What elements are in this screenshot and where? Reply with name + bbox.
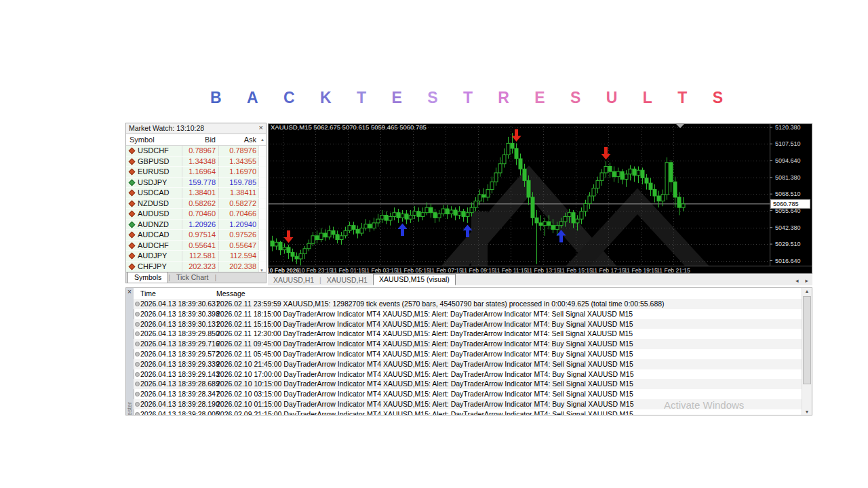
title-letter: B bbox=[210, 89, 222, 107]
bid-value: 1.38401 bbox=[182, 188, 216, 198]
svg-text:5107.510: 5107.510 bbox=[775, 140, 801, 147]
arrow-down-icon bbox=[129, 158, 136, 165]
market-watch-row[interactable]: NZDUSD0.582620.58272 bbox=[126, 199, 266, 209]
market-watch-row[interactable]: AUDUSD0.704600.70466 bbox=[126, 209, 266, 220]
log-message: 2026.02.11 23:59:59 XAUUSD,M15: 12982709… bbox=[216, 299, 665, 309]
market-watch-row[interactable]: CHFJPY202.323202.338 bbox=[126, 262, 266, 272]
market-watch-row[interactable]: USDCHF0.789670.78976 bbox=[126, 146, 266, 157]
column-ask[interactable]: Ask bbox=[218, 134, 256, 145]
scrollbar-thumb[interactable] bbox=[803, 296, 811, 384]
close-icon[interactable]: × bbox=[127, 288, 132, 296]
column-symbol[interactable]: Symbol bbox=[130, 134, 155, 145]
svg-text:11 Feb 13:15: 11 Feb 13:15 bbox=[526, 267, 560, 274]
svg-text:11 Feb 17:15: 11 Feb 17:15 bbox=[591, 267, 625, 274]
log-bullet-icon bbox=[135, 352, 140, 357]
log-message: 2026.02.10 10:15:00 DayTraderArrow Indic… bbox=[216, 379, 633, 389]
time-scale[interactable]: 10 Feb 202610 Feb 23:1511 Feb 01:1511 Fe… bbox=[268, 267, 690, 274]
market-watch-row[interactable]: GBPUSD1.343481.34355 bbox=[126, 157, 266, 167]
log-time: 2026.04.13 18:39:29.143 bbox=[140, 369, 220, 380]
journal-scrollbar[interactable]: ▲ ▼ bbox=[802, 288, 812, 415]
scroll-down-icon[interactable]: ▼ bbox=[802, 409, 812, 414]
svg-text:5016.640: 5016.640 bbox=[775, 258, 801, 264]
log-bullet-icon bbox=[135, 372, 140, 377]
log-message: 2026.02.10 01:15:00 DayTraderArrow Indic… bbox=[216, 399, 633, 409]
title-letter: T bbox=[463, 89, 473, 107]
chart-tab[interactable]: XAUUSD,H1 bbox=[268, 275, 319, 285]
column-bid[interactable]: Bid bbox=[182, 134, 216, 145]
bid-value: 0.78967 bbox=[182, 146, 216, 156]
ask-value: 0.55647 bbox=[218, 241, 256, 251]
journal-row[interactable]: 2026.04.13 18:39:29.1432026.02.10 17:00:… bbox=[134, 369, 802, 380]
log-bullet-icon bbox=[135, 362, 140, 367]
journal-row[interactable]: 2026.04.13 18:39:29.7162026.02.11 09:45:… bbox=[134, 339, 802, 349]
title-letter: S bbox=[427, 89, 437, 107]
close-icon[interactable]: × bbox=[259, 123, 263, 133]
svg-text:10 Feb 23:15: 10 Feb 23:15 bbox=[298, 267, 332, 274]
market-watch-row[interactable]: USDJPY159.778159.785 bbox=[126, 178, 266, 188]
market-watch-row[interactable]: AUDNZD1.209261.20940 bbox=[126, 220, 266, 230]
ask-value: 1.38411 bbox=[218, 188, 256, 198]
log-bullet-icon bbox=[135, 392, 140, 396]
journal-row[interactable]: 2026.04.13 18:39:30.1312026.02.11 15:15:… bbox=[134, 319, 802, 329]
log-bullet-icon bbox=[135, 412, 140, 415]
market-watch-row[interactable]: AUDCHF0.556410.55647 bbox=[126, 241, 266, 251]
log-time: 2026.04.13 18:39:29.850 bbox=[140, 329, 220, 339]
market-watch-row[interactable]: USDCAD1.384011.38411 bbox=[126, 188, 266, 199]
journal-row[interactable]: 2026.04.13 18:39:30.6312026.02.11 23:59:… bbox=[134, 299, 802, 309]
tab-scroll-arrows[interactable]: ◂▸ bbox=[789, 277, 808, 284]
symbol-name: USDCHF bbox=[138, 146, 169, 156]
journal-row[interactable]: 2026.04.13 18:39:29.3392026.02.10 21:45:… bbox=[134, 359, 802, 369]
arrow-down-icon bbox=[129, 232, 136, 239]
bid-value: 0.58262 bbox=[182, 199, 216, 209]
market-watch-title: Market Watch: 13:10:28 bbox=[129, 124, 204, 132]
chart-tab[interactable]: XAUUSD,H1 bbox=[321, 275, 373, 285]
market-watch-row[interactable]: EURUSD1.169641.16970 bbox=[126, 167, 266, 178]
tab-symbols[interactable]: Symbols bbox=[127, 272, 168, 283]
tab-tick-chart[interactable]: Tick Chart bbox=[170, 272, 214, 283]
ask-value: 0.97526 bbox=[218, 230, 256, 240]
terminal-panel: × Tester Time Message 2026.04.13 18:39:3… bbox=[125, 287, 812, 415]
title-letter: S bbox=[570, 89, 580, 107]
market-watch-row[interactable]: AUDJPY112.581112.594 bbox=[126, 251, 266, 262]
journal-row[interactable]: 2026.04.13 18:39:28.3472026.02.10 03:15:… bbox=[134, 389, 802, 399]
scroll-up-icon[interactable]: ▲ bbox=[802, 289, 812, 293]
bid-value: 0.55641 bbox=[182, 241, 216, 251]
log-bullet-icon bbox=[135, 382, 140, 386]
log-bullet-icon bbox=[135, 331, 140, 336]
column-message[interactable]: Message bbox=[216, 288, 245, 299]
log-time: 2026.04.13 18:39:28.347 bbox=[140, 389, 220, 399]
log-time: 2026.04.13 18:39:28.689 bbox=[140, 379, 220, 389]
svg-text:5029.510: 5029.510 bbox=[775, 241, 801, 247]
column-time[interactable]: Time bbox=[140, 288, 156, 299]
chart-tab[interactable]: XAUUSD,M15 (visual) bbox=[373, 274, 456, 285]
arrow-up-icon bbox=[129, 221, 136, 228]
svg-text:10 Feb 2026: 10 Feb 2026 bbox=[268, 267, 299, 274]
price-chart[interactable]: 5120.3805107.5105094.6405081.3805068.510… bbox=[268, 123, 812, 274]
svg-text:11 Feb 03:15: 11 Feb 03:15 bbox=[363, 267, 397, 274]
activate-windows-watermark: Activate Windows bbox=[664, 399, 744, 411]
log-message: 2026.02.11 15:15:00 DayTraderArrow Indic… bbox=[216, 319, 633, 329]
arrow-down-icon bbox=[129, 190, 136, 197]
market-watch-header: Symbol Bid Ask ▲ bbox=[126, 134, 266, 146]
scroll-up-icon[interactable]: ▲ bbox=[260, 134, 264, 145]
market-watch-row[interactable]: AUDCAD0.975140.97526 bbox=[126, 230, 266, 241]
svg-text:5120.380: 5120.380 bbox=[775, 124, 801, 131]
market-watch-list: ▼ USDCHF0.789670.78976GBPUSD1.343481.343… bbox=[126, 146, 266, 274]
log-bullet-icon bbox=[135, 312, 140, 317]
journal-row[interactable]: 2026.04.13 18:39:29.5722026.02.11 05:45:… bbox=[134, 349, 802, 359]
journal-row[interactable]: 2026.04.13 18:39:28.6892026.02.10 10:15:… bbox=[134, 379, 802, 389]
log-time: 2026.04.13 18:39:29.716 bbox=[140, 339, 220, 349]
market-watch-panel: Market Watch: 13:10:28 × Symbol Bid Ask … bbox=[125, 123, 267, 283]
tab-prev-icon[interactable]: ◂ bbox=[795, 277, 799, 284]
svg-text:11 Feb 21:15: 11 Feb 21:15 bbox=[656, 267, 690, 274]
market-watch-titlebar: Market Watch: 13:10:28 × bbox=[126, 123, 266, 134]
ask-value: 0.58272 bbox=[218, 199, 256, 209]
log-bullet-icon bbox=[135, 302, 140, 306]
journal-row[interactable]: 2026.04.13 18:39:29.8502026.02.11 12:30:… bbox=[134, 329, 802, 339]
tab-next-icon[interactable]: ▸ bbox=[805, 277, 808, 284]
title-letter: T bbox=[677, 89, 687, 107]
title-letter: K bbox=[320, 89, 332, 107]
bid-value: 1.16964 bbox=[182, 167, 216, 177]
journal-row[interactable]: 2026.04.13 18:39:30.3982026.02.11 18:15:… bbox=[134, 309, 802, 319]
market-watch-tabs: Symbols|Tick Chart| bbox=[126, 272, 266, 283]
